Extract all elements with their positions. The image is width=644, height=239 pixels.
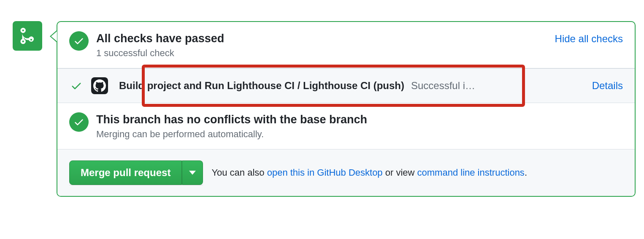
check-success-icon	[69, 112, 89, 132]
merge-section: Merge pull request You can also open thi…	[57, 149, 635, 196]
merge-help-text: You can also open this in GitHub Desktop…	[211, 167, 527, 178]
conflicts-section: This branch has no conflicts with the ba…	[57, 103, 635, 149]
checks-summary-section: All checks have passed 1 successful chec…	[57, 22, 635, 68]
merge-button-group: Merge pull request	[69, 160, 203, 185]
github-avatar-icon	[91, 77, 108, 94]
merge-pull-request-button[interactable]: Merge pull request	[69, 160, 182, 185]
check-success-icon	[69, 31, 89, 51]
check-details-link[interactable]: Details	[592, 80, 623, 92]
check-pass-icon	[69, 80, 84, 92]
check-item-row: Build project and Run Lighthouse CI / Li…	[57, 68, 635, 103]
checks-title: All checks have passed	[96, 31, 623, 46]
merge-icon	[13, 21, 42, 51]
merge-panel: All checks have passed 1 successful chec…	[57, 21, 636, 197]
conflicts-subtitle: Merging can be performed automatically.	[96, 129, 623, 140]
merge-text-prefix: You can also	[211, 167, 267, 178]
merge-dropdown-button[interactable]	[182, 160, 203, 185]
check-status: Successful i…	[411, 80, 475, 92]
hide-all-checks-link[interactable]: Hide all checks	[555, 33, 623, 45]
merge-text-suffix: .	[525, 167, 527, 178]
open-desktop-link[interactable]: open this in GitHub Desktop	[267, 167, 383, 178]
caret-down-icon	[189, 171, 196, 175]
merge-text-middle: or view	[383, 167, 417, 178]
conflicts-title: This branch has no conflicts with the ba…	[96, 112, 623, 127]
check-name: Build project and Run Lighthouse CI / Li…	[119, 80, 404, 92]
checks-subtitle: 1 successful check	[96, 48, 623, 59]
cli-instructions-link[interactable]: command line instructions	[417, 167, 525, 178]
